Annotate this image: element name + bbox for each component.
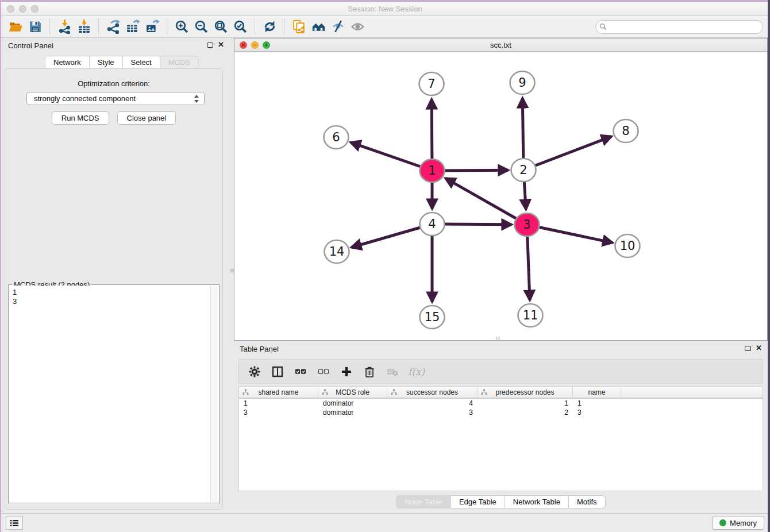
column-header-name[interactable]: name [573, 387, 621, 398]
network-view-window: ✕ − + scc.txt 7968124314101511 [234, 38, 768, 341]
table-cell[interactable]: 3 [573, 408, 621, 417]
table-header-row: shared nameMCDS rolesuccessor nodesprede… [239, 387, 763, 399]
column-header-MCDS-role[interactable]: MCDS role [318, 387, 387, 398]
graph-node-4[interactable]: 4 [420, 213, 445, 236]
graph-node-3[interactable]: 3 [515, 213, 540, 236]
graph-node-1[interactable]: 1 [420, 159, 445, 182]
network-view-titlebar: ✕ − + scc.txt [234, 38, 767, 52]
toolbar-separator [98, 19, 99, 35]
close-panel-icon[interactable]: ✕ [218, 42, 224, 48]
table-cell[interactable]: 2 [478, 408, 573, 417]
close-table-panel-icon[interactable]: ✕ [756, 345, 762, 351]
column-header-predecessor-nodes[interactable]: predecessor nodes [478, 387, 573, 398]
optimization-criterion-select[interactable]: strongly connected component [26, 92, 205, 105]
table-tab-edge-table[interactable]: Edge Table [451, 495, 505, 508]
table-row[interactable]: 1dominator411 [239, 399, 763, 408]
optimization-criterion-value: strongly connected component [34, 94, 136, 103]
zoom-in-icon[interactable] [172, 18, 191, 36]
show-all-icon[interactable] [348, 18, 367, 36]
network-canvas[interactable]: 7968124314101511 [234, 52, 767, 340]
select-all-columns-icon[interactable] [293, 364, 308, 379]
node-label: 3 [523, 218, 530, 232]
node-label: 1 [428, 164, 436, 178]
close-panel-button[interactable]: Close panel [117, 111, 176, 125]
zoom-out-icon[interactable] [191, 18, 211, 36]
float-panel-icon[interactable] [207, 43, 213, 48]
first-neighbors-icon[interactable] [309, 18, 328, 36]
table-tab-network-table[interactable]: Network Table [505, 495, 569, 508]
table-cell[interactable]: 4 [387, 399, 478, 408]
float-table-panel-icon[interactable] [745, 346, 751, 351]
graph-node-6[interactable]: 6 [324, 126, 349, 149]
node-label: 15 [425, 310, 440, 324]
save-icon[interactable] [25, 18, 45, 36]
control-panel-tab-style[interactable]: Style [90, 56, 123, 69]
add-column-icon[interactable] [339, 364, 354, 379]
graph-node-11[interactable]: 11 [518, 304, 543, 327]
export-network-icon[interactable] [103, 18, 123, 36]
zoom-selected-icon[interactable] [230, 18, 250, 36]
table-row[interactable]: 3dominator323 [239, 408, 763, 417]
horizontal-splitter-handle[interactable] [496, 337, 500, 340]
control-panel-header: Control Panel ✕ [0, 38, 230, 54]
table-tab-motifs[interactable]: Motifs [569, 495, 606, 508]
toolbar-separator [255, 19, 255, 35]
graph-node-15[interactable]: 15 [420, 306, 445, 329]
new-network-from-selection-icon[interactable] [289, 18, 309, 36]
graph-node-7[interactable]: 7 [419, 72, 444, 95]
column-header-shared-name[interactable]: shared name [239, 387, 318, 398]
zoom-fit-icon[interactable] [211, 18, 230, 36]
open-folder-icon[interactable] [6, 18, 25, 36]
export-image-icon[interactable] [143, 18, 162, 36]
task-history-button[interactable] [6, 516, 23, 530]
table-cell[interactable]: 1 [478, 399, 573, 408]
window-title: Session: New Session [0, 5, 770, 13]
table-cell[interactable]: 3 [387, 408, 478, 417]
delete-column-icon[interactable] [362, 364, 377, 379]
unselect-all-columns-icon[interactable] [316, 364, 331, 379]
graph-node-8[interactable]: 8 [614, 119, 638, 142]
node-label: 4 [428, 217, 436, 231]
search-input[interactable] [595, 20, 763, 34]
graph-edge-2-8[interactable] [523, 137, 611, 170]
node-label: 7 [428, 77, 435, 91]
gear-icon[interactable] [247, 364, 262, 379]
refresh-icon[interactable] [260, 18, 279, 36]
delete-table-icon[interactable] [385, 364, 400, 379]
function-builder-icon[interactable]: f(x) [408, 366, 425, 377]
control-panel: Control Panel ✕ NetworkStyleSelectMCDS O… [0, 38, 230, 513]
mcds-result-box: MCDS result (2 nodes) 13 [8, 284, 220, 503]
table-panel-title: Table Panel [240, 345, 279, 353]
graph-node-10[interactable]: 10 [615, 234, 640, 257]
import-table-icon[interactable] [74, 18, 94, 36]
table-cell[interactable]: 3 [239, 408, 318, 417]
import-network-icon[interactable] [55, 18, 74, 36]
mcds-panel: Optimization criterion: strongly connect… [5, 68, 223, 510]
control-panel-tab-mcds[interactable]: MCDS [160, 56, 199, 69]
run-mcds-button[interactable]: Run MCDS [52, 111, 109, 125]
hide-selected-icon[interactable] [328, 18, 348, 36]
control-panel-tab-network[interactable]: Network [45, 56, 90, 69]
result-scrollbar[interactable] [210, 286, 218, 502]
table-cell[interactable]: 1 [573, 399, 621, 408]
table-cell[interactable]: dominator [318, 408, 387, 417]
table-cell[interactable]: 1 [239, 399, 318, 408]
graph-edge-3-1[interactable] [445, 178, 527, 225]
column-label: predecessor nodes [495, 388, 554, 396]
table-cell[interactable]: dominator [318, 399, 387, 408]
export-table-icon[interactable] [123, 18, 143, 36]
column-label: shared name [258, 388, 298, 396]
memory-label: Memory [730, 519, 757, 527]
column-view-icon[interactable] [270, 364, 285, 379]
optimization-criterion-label: Optimization criterion: [5, 79, 222, 88]
graph-node-9[interactable]: 9 [510, 71, 535, 94]
graph-node-14[interactable]: 14 [325, 240, 349, 263]
toolbar-separator [167, 19, 167, 35]
graph-edge-3-10[interactable] [527, 225, 613, 242]
memory-button[interactable]: Memory [712, 516, 764, 530]
column-header-successor-nodes[interactable]: successor nodes [387, 387, 478, 398]
app-titlebar: Session: New Session [0, 2, 770, 16]
graph-node-2[interactable]: 2 [511, 159, 536, 182]
table-tab-node-table[interactable]: Node Table [396, 495, 451, 508]
control-panel-tab-select[interactable]: Select [123, 56, 160, 69]
